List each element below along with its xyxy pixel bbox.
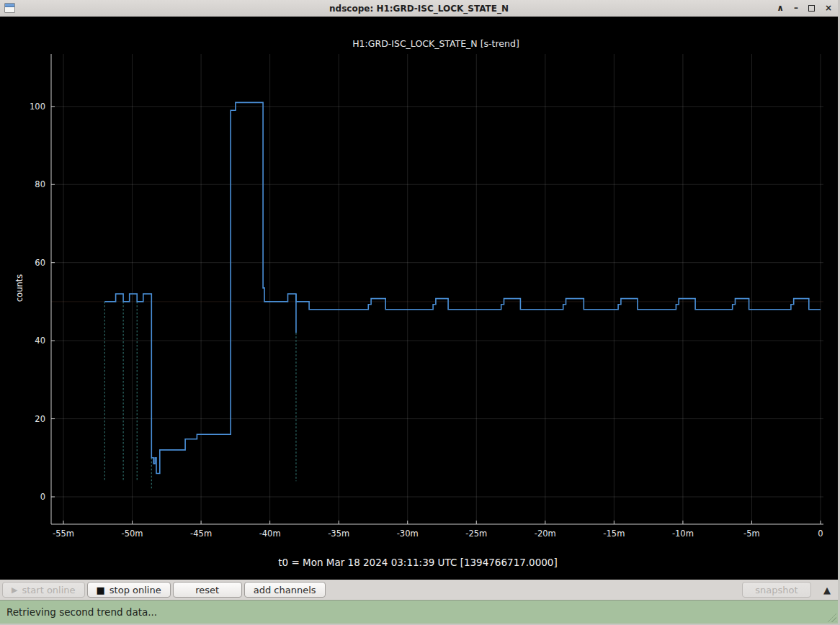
x-tick-label: -25m (465, 529, 487, 539)
x-tick-label: -35m (328, 529, 349, 539)
x-tick-label: 0 (818, 529, 823, 539)
toolbar: ▶ start online ■ stop online reset add c… (0, 580, 838, 600)
x-tick-label: -5m (743, 529, 760, 539)
collapse-toolbar-icon[interactable]: ▲ (821, 585, 834, 595)
y-tick-label: 20 (35, 414, 45, 424)
reset-button[interactable]: reset (173, 582, 242, 598)
x-tick-label: -50m (122, 529, 143, 539)
statusbar: Retrieving second trend data... (0, 600, 838, 624)
y-tick-label: 60 (35, 258, 45, 268)
stop-online-button[interactable]: ■ stop online (87, 582, 171, 598)
window-controls: ∧ – × (777, 0, 832, 17)
y-tick-label: 40 (35, 336, 45, 346)
plot-ylabel: counts (14, 274, 24, 302)
y-tick-label: 0 (40, 492, 45, 502)
trace-mean (104, 102, 821, 473)
y-tick-label: 80 (35, 179, 45, 189)
plot-canvas[interactable]: -55m-50m-45m-40m-35m-30m-25m-20m-15m-10m… (0, 17, 838, 580)
x-tick-label: -15m (603, 529, 625, 539)
minimize-icon[interactable]: – (794, 0, 798, 17)
stop-icon: ■ (97, 585, 105, 595)
x-tick-label: -55m (53, 529, 74, 539)
window-title: ndscope: H1:GRD-ISC_LOCK_STATE_N (329, 4, 509, 14)
plot-title: H1:GRD-ISC_LOCK_STATE_N [s-trend] (352, 38, 519, 49)
y-tick-label: 100 (30, 102, 45, 112)
resize-grip[interactable] (824, 610, 836, 622)
snapshot-button: snapshot (742, 582, 811, 598)
add-channels-button[interactable]: add channels (244, 582, 326, 598)
x-tick-label: -45m (190, 529, 212, 539)
ndscope-window: ndscope: H1:GRD-ISC_LOCK_STATE_N ∧ – × -… (0, 0, 840, 625)
close-icon[interactable]: × (825, 0, 832, 17)
maximize-icon[interactable] (808, 5, 815, 12)
titlebar[interactable]: ndscope: H1:GRD-ISC_LOCK_STATE_N ∧ – × (0, 0, 838, 17)
trend-plot: -55m-50m-45m-40m-35m-30m-25m-20m-15m-10m… (0, 17, 823, 580)
status-message: Retrieving second trend data... (6, 606, 157, 618)
play-icon: ▶ (12, 586, 17, 594)
x-tick-label: -30m (397, 529, 419, 539)
plot-t0-label: t0 = Mon Mar 18 2024 03:11:39 UTC [13947… (278, 557, 557, 568)
start-online-button: ▶ start online (2, 582, 85, 598)
x-tick-label: -40m (259, 529, 281, 539)
window-icon (4, 3, 15, 13)
stop-online-label: stop online (110, 585, 161, 595)
x-tick-label: -20m (535, 529, 556, 539)
start-online-label: start online (22, 585, 75, 595)
x-tick-label: -10m (672, 529, 694, 539)
shade-icon[interactable]: ∧ (777, 0, 784, 17)
